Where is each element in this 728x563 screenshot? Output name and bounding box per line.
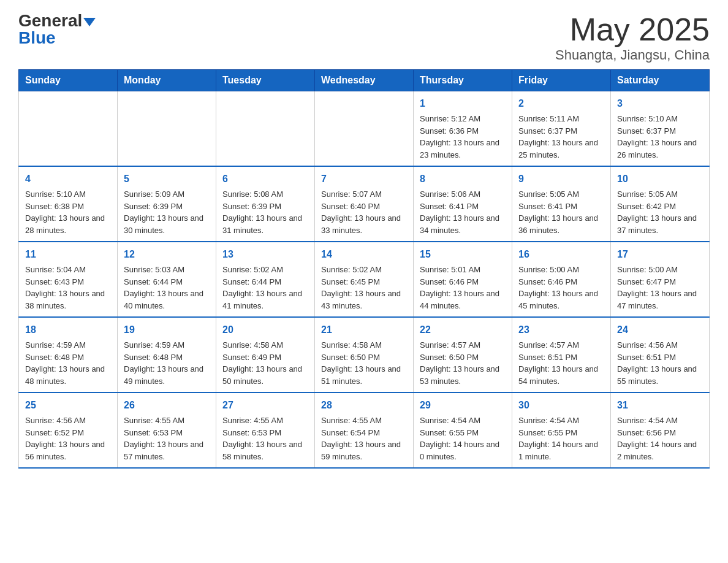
day-number: 20	[222, 323, 308, 337]
day-info: Sunrise: 5:08 AM Sunset: 6:39 PM Dayligh…	[222, 188, 308, 236]
calendar-cell	[118, 91, 216, 167]
day-header-monday: Monday	[118, 70, 216, 91]
day-number: 3	[617, 96, 703, 111]
day-number: 4	[25, 172, 111, 186]
day-number: 17	[617, 247, 703, 262]
logo-blue-text: Blue	[18, 28, 56, 47]
calendar-cell: 11Sunrise: 5:04 AM Sunset: 6:43 PM Dayli…	[19, 242, 118, 317]
day-number: 15	[420, 247, 506, 262]
day-info: Sunrise: 4:54 AM Sunset: 6:56 PM Dayligh…	[617, 415, 703, 462]
calendar-cell: 8Sunrise: 5:06 AM Sunset: 6:41 PM Daylig…	[414, 166, 512, 242]
calendar-table: SundayMondayTuesdayWednesdayThursdayFrid…	[18, 69, 710, 469]
day-number: 31	[617, 398, 703, 413]
calendar-cell: 2Sunrise: 5:11 AM Sunset: 6:37 PM Daylig…	[512, 91, 611, 167]
day-header-friday: Friday	[512, 70, 611, 91]
calendar-week-row: 25Sunrise: 4:56 AM Sunset: 6:52 PM Dayli…	[19, 393, 710, 468]
day-number: 7	[321, 172, 407, 186]
day-info: Sunrise: 4:56 AM Sunset: 6:52 PM Dayligh…	[25, 415, 111, 462]
logo-triangle-icon	[83, 18, 96, 26]
calendar-cell: 30Sunrise: 4:54 AM Sunset: 6:55 PM Dayli…	[512, 393, 611, 468]
day-number: 25	[25, 398, 111, 413]
calendar-cell: 19Sunrise: 4:59 AM Sunset: 6:48 PM Dayli…	[118, 317, 216, 393]
day-info: Sunrise: 4:59 AM Sunset: 6:48 PM Dayligh…	[25, 339, 111, 387]
day-number: 1	[420, 96, 506, 111]
calendar-cell: 10Sunrise: 5:05 AM Sunset: 6:42 PM Dayli…	[611, 166, 710, 242]
calendar-cell: 21Sunrise: 4:58 AM Sunset: 6:50 PM Dayli…	[315, 317, 414, 393]
day-header-tuesday: Tuesday	[216, 70, 315, 91]
calendar-cell: 24Sunrise: 4:56 AM Sunset: 6:51 PM Dayli…	[611, 317, 710, 393]
day-info: Sunrise: 4:54 AM Sunset: 6:55 PM Dayligh…	[420, 415, 506, 462]
day-info: Sunrise: 4:56 AM Sunset: 6:51 PM Dayligh…	[617, 339, 703, 387]
calendar-cell: 9Sunrise: 5:05 AM Sunset: 6:41 PM Daylig…	[512, 166, 611, 242]
calendar-cell: 22Sunrise: 4:57 AM Sunset: 6:50 PM Dayli…	[414, 317, 512, 393]
calendar-cell: 28Sunrise: 4:55 AM Sunset: 6:54 PM Dayli…	[315, 393, 414, 468]
day-header-sunday: Sunday	[19, 70, 118, 91]
day-number: 11	[25, 247, 111, 262]
day-info: Sunrise: 4:58 AM Sunset: 6:50 PM Dayligh…	[321, 339, 407, 387]
calendar-cell: 23Sunrise: 4:57 AM Sunset: 6:51 PM Dayli…	[512, 317, 611, 393]
day-number: 6	[222, 172, 308, 186]
page-header: GeneralBlue May 2025 Shuangta, Jiangsu, …	[18, 12, 710, 63]
calendar-header-row: SundayMondayTuesdayWednesdayThursdayFrid…	[19, 70, 710, 91]
logo-text: GeneralBlue	[18, 12, 96, 47]
day-number: 13	[222, 247, 308, 262]
day-info: Sunrise: 4:54 AM Sunset: 6:55 PM Dayligh…	[518, 415, 604, 462]
day-number: 22	[420, 323, 506, 337]
day-info: Sunrise: 4:55 AM Sunset: 6:53 PM Dayligh…	[222, 415, 308, 462]
calendar-cell	[216, 91, 315, 167]
calendar-cell: 3Sunrise: 5:10 AM Sunset: 6:37 PM Daylig…	[611, 91, 710, 167]
day-number: 27	[222, 398, 308, 413]
day-number: 21	[321, 323, 407, 337]
calendar-cell: 4Sunrise: 5:10 AM Sunset: 6:38 PM Daylig…	[19, 166, 118, 242]
calendar-cell: 5Sunrise: 5:09 AM Sunset: 6:39 PM Daylig…	[118, 166, 216, 242]
day-number: 19	[124, 323, 210, 337]
day-info: Sunrise: 4:55 AM Sunset: 6:54 PM Dayligh…	[321, 415, 407, 462]
calendar-cell: 1Sunrise: 5:12 AM Sunset: 6:36 PM Daylig…	[414, 91, 512, 167]
day-number: 24	[617, 323, 703, 337]
day-header-saturday: Saturday	[611, 70, 710, 91]
calendar-subtitle: Shuangta, Jiangsu, China	[555, 47, 710, 63]
day-number: 29	[420, 398, 506, 413]
day-number: 30	[518, 398, 604, 413]
calendar-week-row: 11Sunrise: 5:04 AM Sunset: 6:43 PM Dayli…	[19, 242, 710, 317]
calendar-cell: 7Sunrise: 5:07 AM Sunset: 6:40 PM Daylig…	[315, 166, 414, 242]
day-number: 14	[321, 247, 407, 262]
day-number: 5	[124, 172, 210, 186]
day-number: 10	[617, 172, 703, 186]
day-info: Sunrise: 5:03 AM Sunset: 6:44 PM Dayligh…	[124, 264, 210, 312]
calendar-cell: 15Sunrise: 5:01 AM Sunset: 6:46 PM Dayli…	[414, 242, 512, 317]
calendar-cell: 20Sunrise: 4:58 AM Sunset: 6:49 PM Dayli…	[216, 317, 315, 393]
day-info: Sunrise: 5:07 AM Sunset: 6:40 PM Dayligh…	[321, 188, 407, 236]
day-info: Sunrise: 4:59 AM Sunset: 6:48 PM Dayligh…	[124, 339, 210, 387]
day-number: 28	[321, 398, 407, 413]
day-number: 18	[25, 323, 111, 337]
calendar-cell: 16Sunrise: 5:00 AM Sunset: 6:46 PM Dayli…	[512, 242, 611, 317]
calendar-cell: 29Sunrise: 4:54 AM Sunset: 6:55 PM Dayli…	[414, 393, 512, 468]
calendar-title: May 2025	[555, 12, 710, 47]
calendar-cell: 26Sunrise: 4:55 AM Sunset: 6:53 PM Dayli…	[118, 393, 216, 468]
day-number: 9	[518, 172, 604, 186]
day-info: Sunrise: 5:02 AM Sunset: 6:45 PM Dayligh…	[321, 264, 407, 312]
logo: GeneralBlue	[18, 12, 96, 47]
day-info: Sunrise: 5:00 AM Sunset: 6:47 PM Dayligh…	[617, 264, 703, 312]
day-info: Sunrise: 5:10 AM Sunset: 6:38 PM Dayligh…	[25, 188, 111, 236]
day-number: 2	[518, 96, 604, 111]
calendar-week-row: 18Sunrise: 4:59 AM Sunset: 6:48 PM Dayli…	[19, 317, 710, 393]
day-info: Sunrise: 4:57 AM Sunset: 6:50 PM Dayligh…	[420, 339, 506, 387]
day-info: Sunrise: 5:05 AM Sunset: 6:42 PM Dayligh…	[617, 188, 703, 236]
calendar-week-row: 1Sunrise: 5:12 AM Sunset: 6:36 PM Daylig…	[19, 91, 710, 167]
day-info: Sunrise: 5:05 AM Sunset: 6:41 PM Dayligh…	[518, 188, 604, 236]
day-info: Sunrise: 4:58 AM Sunset: 6:49 PM Dayligh…	[222, 339, 308, 387]
day-info: Sunrise: 5:02 AM Sunset: 6:44 PM Dayligh…	[222, 264, 308, 312]
calendar-cell: 6Sunrise: 5:08 AM Sunset: 6:39 PM Daylig…	[216, 166, 315, 242]
day-number: 16	[518, 247, 604, 262]
day-info: Sunrise: 5:06 AM Sunset: 6:41 PM Dayligh…	[420, 188, 506, 236]
calendar-cell: 14Sunrise: 5:02 AM Sunset: 6:45 PM Dayli…	[315, 242, 414, 317]
day-header-thursday: Thursday	[414, 70, 512, 91]
day-info: Sunrise: 5:01 AM Sunset: 6:46 PM Dayligh…	[420, 264, 506, 312]
title-block: May 2025 Shuangta, Jiangsu, China	[555, 12, 710, 63]
day-number: 12	[124, 247, 210, 262]
calendar-cell: 17Sunrise: 5:00 AM Sunset: 6:47 PM Dayli…	[611, 242, 710, 317]
day-info: Sunrise: 4:55 AM Sunset: 6:53 PM Dayligh…	[124, 415, 210, 462]
day-info: Sunrise: 5:09 AM Sunset: 6:39 PM Dayligh…	[124, 188, 210, 236]
